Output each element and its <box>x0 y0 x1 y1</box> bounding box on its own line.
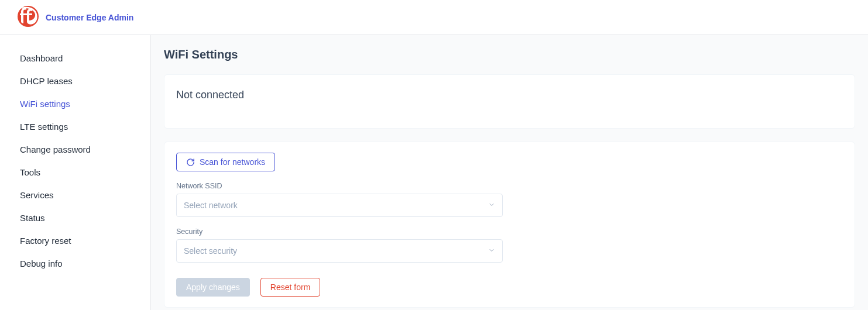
security-placeholder: Select security <box>184 246 237 256</box>
page-title: WiFi Settings <box>164 48 855 61</box>
sidebar: Dashboard DHCP leases WiFi settings LTE … <box>0 35 151 310</box>
reset-form-button[interactable]: Reset form <box>260 278 320 297</box>
sidebar-item-wifi-settings[interactable]: WiFi settings <box>0 92 150 115</box>
apply-changes-label: Apply changes <box>186 283 240 292</box>
sidebar-item-tools[interactable]: Tools <box>0 161 150 184</box>
sidebar-item-label: Debug info <box>20 259 63 268</box>
app-title: Customer Edge Admin <box>46 13 133 22</box>
refresh-icon <box>186 158 195 167</box>
sidebar-item-lte-settings[interactable]: LTE settings <box>0 115 150 138</box>
sidebar-item-label: Dashboard <box>20 53 63 63</box>
apply-changes-button: Apply changes <box>176 278 250 297</box>
sidebar-item-debug-info[interactable]: Debug info <box>0 252 150 275</box>
logo <box>18 6 39 29</box>
header: Customer Edge Admin <box>0 0 868 35</box>
status-card: Not connected <box>164 74 855 129</box>
ssid-placeholder: Select network <box>184 201 238 210</box>
sidebar-item-change-password[interactable]: Change password <box>0 138 150 161</box>
scan-networks-button[interactable]: Scan for networks <box>176 153 275 171</box>
scan-networks-label: Scan for networks <box>200 157 265 167</box>
ssid-select[interactable]: Select network <box>176 194 503 217</box>
sidebar-item-label: Services <box>20 190 54 200</box>
chevron-down-icon <box>488 201 495 210</box>
sidebar-item-label: WiFi settings <box>20 99 70 109</box>
sidebar-item-label: Factory reset <box>20 236 71 246</box>
chevron-down-icon <box>488 246 495 256</box>
reset-form-label: Reset form <box>270 283 310 292</box>
security-select[interactable]: Select security <box>176 239 503 263</box>
ssid-label: Network SSID <box>176 182 843 190</box>
connection-status: Not connected <box>176 85 843 118</box>
sidebar-item-label: LTE settings <box>20 122 68 132</box>
wifi-form-card: Scan for networks Network SSID Select ne… <box>164 142 855 308</box>
sidebar-item-dashboard[interactable]: Dashboard <box>0 47 150 70</box>
sidebar-item-factory-reset[interactable]: Factory reset <box>0 229 150 252</box>
sidebar-item-services[interactable]: Services <box>0 184 150 206</box>
sidebar-item-label: Change password <box>20 144 91 154</box>
security-label: Security <box>176 228 843 236</box>
sidebar-item-label: Tools <box>20 167 40 177</box>
main-content: WiFi Settings Not connected Scan for net… <box>151 35 868 310</box>
sidebar-item-label: Status <box>20 213 45 223</box>
sidebar-item-dhcp-leases[interactable]: DHCP leases <box>0 70 150 92</box>
sidebar-item-label: DHCP leases <box>20 76 73 86</box>
sidebar-item-status[interactable]: Status <box>0 206 150 229</box>
